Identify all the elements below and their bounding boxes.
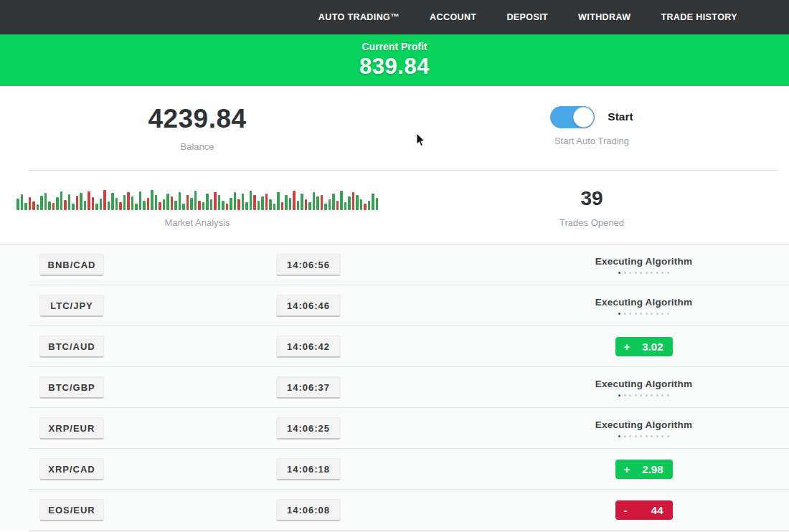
candle-bar [336, 201, 339, 210]
candle-bar [100, 199, 103, 210]
candle-bar [348, 196, 351, 210]
candle-bar [171, 196, 174, 210]
pair-button[interactable]: BTC/GBP [39, 376, 104, 399]
pair-button[interactable]: BNB/CAD [39, 254, 104, 276]
badge-sign: - [624, 504, 628, 516]
candle-bar [44, 193, 47, 210]
candle-bar [313, 192, 316, 210]
candle-bar [68, 194, 71, 210]
trade-row: LTC/JPY14:06:46Executing Algorithm [0, 285, 789, 326]
executing-algorithm-label: Executing Algorithm [595, 256, 692, 267]
nav-item-trade-history[interactable]: TRADE HISTORY [661, 12, 737, 22]
candle-bar [324, 204, 327, 210]
market-analysis-label: Market Analysis [164, 217, 230, 228]
candle-bar [186, 195, 189, 210]
pair-button[interactable]: LTC/JPY [39, 295, 104, 317]
candle-bar [151, 190, 153, 210]
candle-bar [29, 197, 32, 210]
candle-bar [210, 199, 213, 210]
candle-bar [253, 195, 256, 210]
trade-time[interactable]: 14:06:56 [276, 254, 341, 276]
pair-button[interactable]: XRP/EUR [39, 417, 104, 440]
nav-item-deposit[interactable]: DEPOSIT [506, 12, 548, 22]
trade-time[interactable]: 14:06:37 [276, 376, 341, 399]
candle-bar [190, 198, 193, 210]
progress-dots [618, 313, 669, 315]
candle-bar [265, 194, 268, 210]
candle-bar [237, 199, 240, 210]
profit-badge: +3.02 [615, 337, 673, 356]
candle-bar [143, 201, 146, 210]
candle-bar [226, 204, 229, 210]
candle-bar [281, 202, 284, 210]
candle-bar [111, 193, 114, 210]
candle-bar [368, 201, 371, 210]
badge-value: 44 [651, 504, 663, 516]
candle-bar [202, 202, 205, 210]
trade-time[interactable]: 14:06:46 [276, 295, 341, 317]
candle-bar [372, 194, 374, 210]
nav-item-auto-trading[interactable]: AUTO TRADING™ [318, 12, 400, 22]
candle-bar [24, 203, 27, 210]
trade-row: XRP/EUR14:06:25Executing Algorithm [0, 408, 789, 449]
candle-bar [72, 204, 75, 210]
candle-bar [273, 204, 276, 210]
candle-bar [344, 202, 347, 210]
candle-bar [332, 194, 335, 210]
candle-bar [37, 204, 39, 210]
trade-row: BTC/GBP14:06:37Executing Algorithm [0, 367, 789, 408]
candle-bar [21, 194, 24, 210]
current-profit-value: 839.84 [359, 54, 430, 80]
candle-bar [56, 197, 59, 210]
pair-button[interactable]: EOS/EUR [39, 499, 104, 521]
market-analysis-chart [16, 187, 378, 210]
candle-bar [103, 190, 106, 210]
candle-bar [155, 195, 158, 210]
nav-item-account[interactable]: ACCOUNT [430, 12, 476, 22]
candle-bar [147, 198, 150, 210]
candle-bar [297, 201, 300, 210]
candle-bar [245, 202, 248, 210]
mouse-cursor [416, 133, 426, 148]
candle-bar [131, 196, 134, 210]
trade-time[interactable]: 14:06:25 [276, 417, 341, 440]
candle-bar [285, 195, 288, 210]
candle-bar [340, 191, 343, 210]
candle-bar [92, 197, 95, 210]
candle-bar [293, 191, 296, 210]
badge-sign: + [624, 341, 630, 353]
auto-trading-toggle[interactable] [550, 106, 595, 128]
candle-bar [376, 198, 379, 210]
candle-bar [119, 202, 122, 210]
candle-bar [242, 194, 245, 210]
trades-opened-label: Trades Opened [559, 217, 624, 228]
candle-bar [64, 200, 67, 210]
executing-algorithm-label: Executing Algorithm [595, 297, 692, 308]
candle-bar [206, 194, 209, 210]
trade-time[interactable]: 14:06:42 [276, 336, 341, 358]
candle-bar [40, 196, 43, 210]
pair-button[interactable]: BTC/AUD [39, 336, 104, 358]
progress-dots [618, 394, 669, 396]
trade-time[interactable]: 14:06:08 [276, 499, 341, 521]
trade-row: BNB/CAD14:06:56Executing Algorithm [0, 244, 789, 285]
candle-bar [166, 194, 169, 210]
candle-bar [76, 196, 79, 210]
pair-button[interactable]: XRP/CAD [39, 458, 104, 480]
candle-bar [32, 201, 35, 210]
toggle-knob [573, 107, 594, 128]
candle-bar [123, 195, 126, 210]
current-profit-banner: Current Profit 839.84 [0, 34, 789, 86]
candle-bar [88, 191, 90, 210]
balance-label: Balance [181, 141, 214, 152]
candle-bar [135, 204, 138, 210]
executing-algorithm-label: Executing Algorithm [595, 419, 692, 430]
candle-bar [261, 196, 264, 210]
badge-sign: + [624, 463, 630, 475]
trade-row: EOS/EUR14:06:08-44 [0, 490, 789, 531]
candle-bar [321, 195, 323, 210]
trade-time[interactable]: 14:06:18 [276, 458, 341, 480]
candle-bar [305, 199, 308, 210]
nav-item-withdraw[interactable]: WITHDRAW [578, 12, 630, 22]
candle-bar [277, 192, 280, 210]
